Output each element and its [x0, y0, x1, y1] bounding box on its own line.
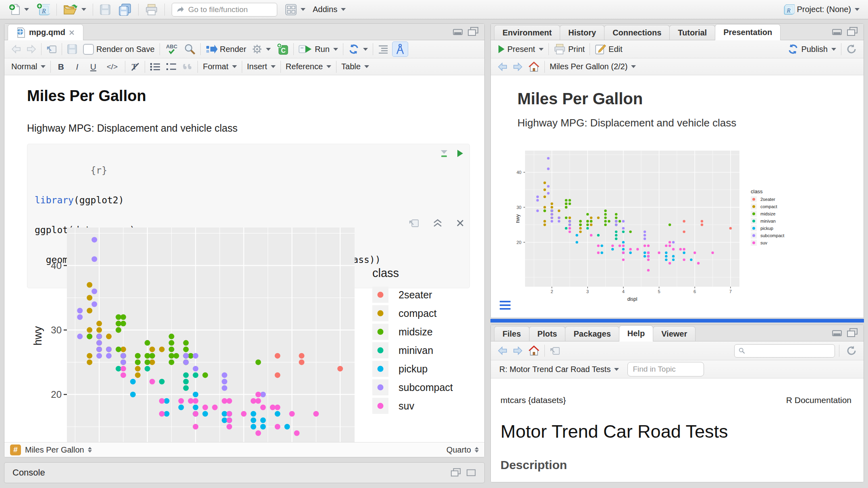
find-in-topic-input[interactable] — [632, 364, 700, 374]
refresh-presentation-button[interactable] — [843, 42, 860, 56]
present-button[interactable]: Present — [495, 42, 546, 56]
toolbar-separator — [343, 43, 343, 55]
rerun-button[interactable] — [345, 42, 371, 56]
forward-button[interactable] — [24, 42, 39, 56]
panes-layout-caret — [301, 8, 305, 11]
goto-file-input[interactable] — [187, 5, 262, 14]
minimize-pane-icon[interactable] — [832, 28, 843, 36]
slide-selector-dropdown[interactable]: Miles Per Gallon (2/2) — [547, 60, 639, 74]
insert-menu[interactable]: Insert — [244, 60, 278, 74]
spellcheck-button[interactable]: ABC — [162, 42, 181, 56]
tab-packages[interactable]: Packages — [565, 326, 619, 341]
clear-formatting-button[interactable]: T — [127, 60, 143, 74]
tab-label: Environment — [503, 28, 552, 37]
help-popout-button[interactable] — [547, 343, 563, 358]
project-menu-button[interactable]: R Project: (None) — [780, 2, 863, 17]
chunk-options-icon[interactable] — [440, 149, 449, 158]
minimize-pane-icon[interactable] — [453, 28, 463, 36]
help-forward-button[interactable] — [510, 343, 525, 358]
save-all-button[interactable] — [115, 2, 135, 17]
italic-button[interactable]: I — [69, 60, 85, 74]
new-file-button[interactable] — [6, 2, 32, 17]
console-maximize-icon[interactable] — [467, 468, 476, 477]
edit-presentation-button[interactable]: Edit — [592, 42, 625, 56]
code-format-button[interactable]: </> — [101, 60, 123, 74]
print-button[interactable] — [142, 2, 161, 17]
help-search-input[interactable] — [748, 346, 831, 356]
open-file-button[interactable] — [60, 2, 89, 17]
tab-plots[interactable]: Plots — [529, 326, 566, 341]
minimize-pane-icon[interactable] — [832, 329, 843, 337]
save-doc-button[interactable] — [64, 42, 80, 56]
help-refresh-button[interactable] — [843, 343, 860, 358]
tab-files[interactable]: Files — [494, 326, 530, 341]
panes-layout-button[interactable] — [282, 2, 308, 17]
pane-splitter[interactable] — [490, 319, 864, 323]
console-minimize-icon[interactable] — [451, 468, 461, 478]
visual-editor-toggle[interactable] — [392, 41, 408, 57]
new-project-button[interactable]: R — [33, 2, 53, 17]
back-button[interactable] — [8, 42, 24, 56]
reference-menu-caret — [326, 65, 331, 68]
print-presentation-button[interactable]: Print — [551, 42, 588, 56]
underline-button[interactable]: U — [85, 60, 101, 74]
render-on-save-toggle[interactable]: Render on Save — [80, 42, 158, 56]
tab-help[interactable]: Help — [619, 325, 653, 341]
project-caret — [855, 8, 860, 11]
help-search-box[interactable] — [734, 344, 835, 358]
svg-text:C: C — [281, 47, 286, 54]
addins-button[interactable]: Addins — [310, 2, 349, 17]
files-tab-strip: Files Plots Packages Help Viewer — [491, 325, 864, 341]
tab-viewer[interactable]: Viewer — [653, 326, 696, 341]
panes-grid-icon — [285, 4, 297, 16]
status-outline-label[interactable]: Miles Per Gallon — [25, 445, 84, 455]
paragraph-style-dropdown[interactable]: Normal — [8, 60, 48, 74]
svg-text:suv: suv — [399, 400, 414, 411]
tab-environment[interactable]: Environment — [494, 25, 560, 40]
rerun-icon — [348, 44, 359, 54]
tab-history[interactable]: History — [560, 25, 604, 40]
print-icon — [554, 43, 566, 55]
tab-presentation[interactable]: Presentation — [715, 24, 781, 40]
maximize-pane-icon[interactable] — [847, 328, 858, 338]
run-chunk-icon[interactable] — [457, 149, 464, 158]
help-topic-dropdown[interactable]: R: Motor Trend Car Road Tests — [496, 362, 622, 376]
popout-window-button[interactable] — [44, 42, 60, 56]
slide-forward-button[interactable] — [510, 60, 525, 74]
maximize-pane-icon[interactable] — [467, 27, 479, 37]
tab-tutorial[interactable]: Tutorial — [669, 25, 715, 40]
publish-button[interactable]: Publish — [785, 42, 839, 56]
render-on-save-checkbox[interactable] — [83, 44, 94, 55]
slide-home-button[interactable] — [525, 60, 542, 74]
console-pane[interactable]: Console — [4, 462, 485, 483]
bold-button[interactable]: B — [53, 60, 69, 74]
status-mode-label[interactable]: Quarto — [446, 445, 471, 455]
find-replace-button[interactable] — [181, 42, 198, 56]
help-document[interactable]: mtcars {datasets} R Documentation Motor … — [491, 378, 864, 482]
insert-menu-label: Insert — [247, 62, 267, 71]
bullet-list-button[interactable] — [147, 60, 163, 74]
reference-menu[interactable]: Reference — [283, 60, 334, 74]
save-button[interactable] — [97, 2, 114, 17]
format-menu[interactable]: Format — [200, 60, 239, 74]
blockquote-button[interactable] — [179, 60, 195, 74]
maximize-pane-icon[interactable] — [847, 27, 858, 37]
tab-mpg-qmd[interactable]: mpg.qmd — [8, 24, 83, 40]
goto-file-search[interactable] — [172, 3, 277, 17]
help-back-button[interactable] — [495, 343, 510, 358]
table-menu[interactable]: Table — [338, 60, 372, 74]
tab-connections[interactable]: Connections — [604, 25, 670, 40]
document-canvas[interactable]: Miles Per Gallon Highway MPG: Displaceme… — [4, 75, 484, 444]
slide-menu-icon[interactable] — [500, 301, 511, 310]
slide-back-button[interactable] — [495, 60, 510, 74]
run-button[interactable]: Run — [296, 42, 341, 56]
help-home-button[interactable] — [525, 343, 542, 358]
insert-chunk-button[interactable]: C — [274, 42, 291, 56]
tab-close-icon[interactable] — [69, 29, 75, 36]
find-in-topic-box[interactable] — [627, 362, 704, 376]
render-button[interactable]: Render — [203, 42, 249, 56]
render-settings-button[interactable] — [249, 42, 274, 56]
numbered-list-button[interactable] — [163, 60, 179, 74]
outline-toggle-button[interactable] — [375, 42, 391, 56]
reference-menu-label: Reference — [286, 62, 323, 71]
